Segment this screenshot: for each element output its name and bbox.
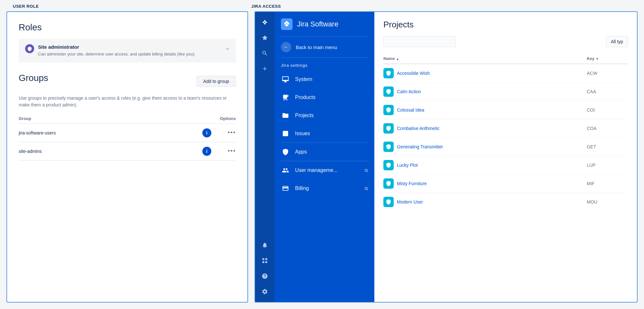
sidebar-grid-icon[interactable] [258, 254, 271, 267]
menu-item-products[interactable]: Products [274, 88, 374, 106]
external-link-icon-2: ⧉ [365, 186, 368, 191]
table-row: Calm Action CAA [383, 83, 628, 101]
options-col-header: Options [216, 116, 236, 124]
add-to-group-button[interactable]: Add to group [197, 76, 236, 87]
back-to-main-label: Back to main menu [296, 45, 337, 50]
project-key: MOU [587, 193, 628, 211]
sidebar-bell-icon[interactable] [258, 239, 271, 252]
user-role-label: USER ROLE [0, 4, 251, 9]
project-name-cell: Modern User [383, 193, 587, 211]
project-avatar [383, 142, 394, 152]
group-name: site-admins [19, 142, 197, 160]
groups-section: Groups Add to group Use groups to precis… [19, 73, 236, 161]
project-name[interactable]: Calm Action [397, 89, 421, 94]
project-name[interactable]: Colossal Idea [397, 107, 424, 113]
project-avatar [383, 105, 394, 115]
projects-search-row: 🔍 All typ [383, 36, 628, 47]
jira-settings-label: Jira settings [274, 58, 374, 70]
right-panel: Jira Software ← Back to main menu Jira s… [255, 11, 638, 303]
products-icon [281, 93, 290, 102]
projects-search-input[interactable] [383, 36, 456, 47]
chevron-down-icon[interactable]: ⌵ [226, 44, 229, 51]
table-row: Combative Arithmetic COA [383, 119, 628, 138]
group-col-header: Group [19, 116, 197, 124]
options-cell: ••• [216, 124, 236, 142]
project-name[interactable]: Generating Transmitter [397, 144, 443, 149]
role-desc: Can administer your site, determine user… [38, 51, 222, 57]
project-avatar [383, 123, 394, 134]
project-name-cell: Calm Action [383, 83, 587, 101]
name-col-header: Name ▲ [383, 54, 587, 64]
projects-table: Name ▲ Key ▼ Acces [383, 54, 628, 211]
groups-title: Groups [19, 73, 48, 83]
back-arrow-icon: ← [281, 42, 291, 52]
info-cell: i [197, 124, 216, 142]
project-name[interactable]: Modern User [397, 199, 423, 204]
project-name-cell: Colossal Idea [383, 101, 587, 119]
sidebar-star-icon[interactable] [258, 31, 271, 44]
project-avatar [383, 197, 394, 207]
project-key: COA [587, 119, 628, 138]
folder-icon [281, 111, 290, 120]
menu-item-projects[interactable]: Projects [274, 106, 374, 125]
project-key: LUP [587, 156, 628, 174]
menu-apps-label: Apps [295, 149, 307, 155]
jira-sidebar [255, 12, 274, 302]
project-name-cell: Combative Arithmetic [383, 119, 587, 138]
billing-icon [281, 184, 290, 193]
info-button[interactable]: i [202, 128, 211, 137]
sidebar-help-icon[interactable] [258, 270, 271, 283]
monitor-icon [281, 75, 290, 84]
main-content: Roles Site administrator Can administer … [0, 11, 644, 309]
project-name-cell: Misty Furniture [383, 174, 587, 193]
jira-menu-header: Jira Software [274, 12, 374, 36]
sort-arrow-key: ▼ [596, 57, 599, 61]
back-to-main-button[interactable]: ← Back to main menu [274, 37, 374, 57]
project-key: ACW [587, 64, 628, 83]
menu-user-management-label: User manageme... [295, 167, 338, 173]
project-name[interactable]: Lucky Plot [397, 163, 418, 168]
section-labels: USER ROLE JIRA ACCESS [0, 0, 644, 11]
key-col-header: Key ▼ [587, 54, 628, 64]
table-row: Accessible Wish ACW [383, 64, 628, 83]
project-name-cell: Lucky Plot [383, 156, 587, 174]
roles-title: Roles [19, 22, 236, 33]
more-options-button[interactable]: ••• [228, 129, 236, 136]
sidebar-gear-icon[interactable] [258, 285, 271, 298]
sort-arrow-name: ▲ [396, 57, 399, 61]
project-key: CAA [587, 83, 628, 101]
project-name[interactable]: Accessible Wish [397, 71, 430, 76]
external-link-icon-1: ⧉ [365, 168, 368, 173]
groups-description: Use groups to precisely manage a user's … [19, 95, 236, 108]
menu-item-billing[interactable]: Billing ⧉ [274, 179, 374, 197]
menu-item-apps[interactable]: Apps [274, 143, 374, 161]
sidebar-search-icon[interactable] [258, 47, 271, 60]
menu-item-system[interactable]: System [274, 70, 374, 88]
info-cell: i [197, 142, 216, 160]
menu-item-issues[interactable]: Issues [274, 125, 374, 143]
project-avatar [383, 68, 394, 78]
sidebar-plus-icon[interactable] [258, 62, 271, 75]
project-key: MIF [587, 174, 628, 193]
more-options-button[interactable]: ••• [228, 148, 236, 154]
project-name[interactable]: Combative Arithmetic [397, 126, 439, 131]
role-title: Site administrator [38, 44, 222, 50]
table-row: site-admins i ••• [19, 142, 236, 160]
group-name: jira-software-users [19, 124, 197, 142]
table-row: Lucky Plot LUP [383, 156, 628, 174]
apps-icon [281, 147, 290, 156]
project-name[interactable]: Misty Furniture [397, 181, 427, 186]
project-avatar [383, 86, 394, 97]
menu-projects-label: Projects [295, 113, 314, 118]
sidebar-diamond-icon[interactable] [258, 16, 271, 29]
jira-menu-title: Jira Software [297, 20, 338, 28]
project-name-cell: Generating Transmitter [383, 138, 587, 156]
info-button[interactable]: i [202, 147, 211, 156]
menu-issues-label: Issues [295, 131, 310, 136]
menu-item-user-management[interactable]: User manageme... ⧉ [274, 161, 374, 179]
project-avatar [383, 160, 394, 170]
project-key: GET [587, 138, 628, 156]
projects-filter-button[interactable]: All typ [606, 36, 628, 47]
menu-billing-label: Billing [295, 185, 309, 191]
projects-panel: Projects 🔍 All typ Name ▲ Key [374, 12, 637, 302]
